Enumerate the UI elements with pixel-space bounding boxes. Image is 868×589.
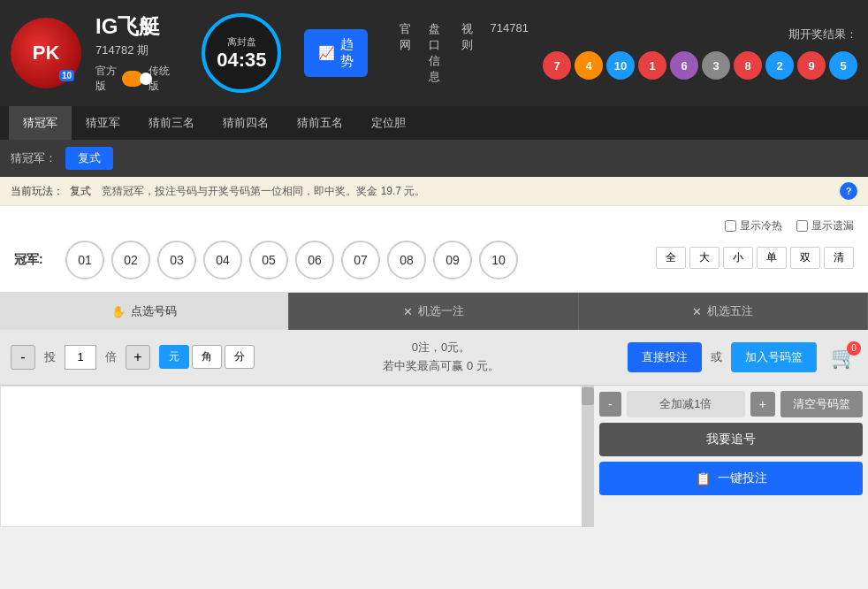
quick-btn-双[interactable]: 双 xyxy=(790,247,820,269)
selection-area: 显示冷热 显示遗漏 冠军: 01020304050607080910 全大小单双… xyxy=(0,206,868,293)
result-ball: 5 xyxy=(829,51,857,80)
quick-btn-小[interactable]: 小 xyxy=(723,247,753,269)
game-type-row: 猜冠军： 复式 xyxy=(0,140,868,177)
trend-button[interactable]: 📈 趋势 xyxy=(304,29,368,77)
number-ball-03[interactable]: 03 xyxy=(157,241,196,279)
bet-input[interactable] xyxy=(65,345,96,370)
bottom-tab-label-1: 机选一注 xyxy=(418,303,464,319)
quick-btns: 全大小单双清 xyxy=(656,247,854,269)
quick-btn-单[interactable]: 单 xyxy=(757,247,787,269)
bottom-tab-0[interactable]: ✋点选号码 xyxy=(0,293,289,330)
tab-item-猜前三名[interactable]: 猜前三名 xyxy=(134,106,209,140)
show-missing-checkbox[interactable] xyxy=(796,220,808,232)
version-switch: 官方版 传统版 xyxy=(95,64,170,94)
bottom-tab-icon-1: ✕ xyxy=(403,305,413,318)
result-ball: 1 xyxy=(638,51,666,80)
number-ball-09[interactable]: 09 xyxy=(433,241,472,279)
result-ball: 4 xyxy=(575,51,603,80)
nav-link-period[interactable]: 714781 xyxy=(491,21,529,85)
period-result-label: 期开奖结果： xyxy=(788,27,857,42)
one-click-button[interactable]: 📋 一键投注 xyxy=(599,462,863,495)
main-content: - 全加减1倍 + 清空号码篮 我要追号 📋 一键投注 xyxy=(0,386,868,527)
period-number: 714782 期 xyxy=(95,42,170,58)
bet-unit-label: 倍 xyxy=(105,349,117,365)
number-ball-07[interactable]: 07 xyxy=(341,241,380,279)
nav-link-odds[interactable]: 盘口信息 xyxy=(429,21,443,85)
number-ball-02[interactable]: 02 xyxy=(111,241,150,279)
number-ball-05[interactable]: 05 xyxy=(249,241,288,279)
version-toggle[interactable] xyxy=(122,71,143,87)
champion-label: 冠军: xyxy=(14,252,58,268)
trend-chart-icon: 📈 xyxy=(318,45,335,61)
current-play-name: 复式 xyxy=(70,185,91,197)
countdown-time: 04:35 xyxy=(217,49,266,72)
tab-item-猜冠军[interactable]: 猜冠军 xyxy=(9,106,72,140)
header-title-block: IG飞艇 714782 期 官方版 传统版 xyxy=(95,12,170,94)
unit-btn-角[interactable]: 角 xyxy=(192,345,222,369)
cart-button[interactable]: 🛒 0 xyxy=(831,345,857,370)
clear-basket-button[interactable]: 清空号码篮 xyxy=(780,391,863,417)
quick-btn-清[interactable]: 清 xyxy=(824,247,854,269)
plus-button[interactable]: + xyxy=(126,345,150,370)
multiplier-minus-button[interactable]: - xyxy=(599,392,621,417)
logo: PK 10 xyxy=(11,18,81,88)
ticket-area[interactable] xyxy=(0,386,594,527)
show-missing-label: 显示遗漏 xyxy=(811,218,854,233)
tab-nav: 猜冠军猜亚军猜前三名猜前四名猜前五名定位胆 xyxy=(0,106,868,140)
game-type-label: 猜冠军： xyxy=(11,150,57,166)
unit-buttons: 元角分 xyxy=(159,345,255,369)
chase-button[interactable]: 我要追号 xyxy=(599,423,863,456)
nav-link-rules[interactable]: 视则 xyxy=(461,21,473,85)
show-cold-hot-label: 显示冷热 xyxy=(740,218,782,233)
multiplier-label: 全加减1倍 xyxy=(627,391,745,417)
show-missing-group: 显示遗漏 xyxy=(796,218,854,233)
complex-button[interactable]: 复式 xyxy=(65,147,113,170)
unit-btn-元[interactable]: 元 xyxy=(159,345,189,369)
result-balls: 74101638295 xyxy=(543,51,857,80)
number-ball-01[interactable]: 01 xyxy=(65,241,104,279)
multiplier-row: - 全加减1倍 + 清空号码篮 xyxy=(599,391,863,417)
unit-btn-分[interactable]: 分 xyxy=(225,345,255,369)
logo-pk-text: PK xyxy=(33,42,60,64)
bottom-tab-1[interactable]: ✕机选一注 xyxy=(289,293,578,330)
bottom-tabs: ✋点选号码✕机选一注✕机选五注 xyxy=(0,293,868,330)
minus-button[interactable]: - xyxy=(11,345,35,370)
tab-item-猜前四名[interactable]: 猜前四名 xyxy=(209,106,283,140)
right-panel: - 全加减1倍 + 清空号码篮 我要追号 📋 一键投注 xyxy=(594,386,868,527)
bottom-tab-icon-2: ✕ xyxy=(692,305,702,318)
bet-info-line2: 若中奖最高可赢 0 元。 xyxy=(263,357,619,376)
result-ball: 8 xyxy=(734,51,762,80)
countdown-label: 离封盘 xyxy=(227,35,256,49)
current-play-label: 当前玩法： 复式 xyxy=(11,184,95,199)
bottom-tab-label-2: 机选五注 xyxy=(707,303,753,319)
official-label: 官方版 xyxy=(95,64,117,94)
help-button[interactable]: ? xyxy=(840,182,857,200)
direct-bet-button[interactable]: 直接投注 xyxy=(628,342,702,372)
number-ball-10[interactable]: 10 xyxy=(479,241,518,279)
number-ball-08[interactable]: 08 xyxy=(387,241,426,279)
result-ball: 2 xyxy=(765,51,794,80)
countdown-container: 离封盘 04:35 xyxy=(202,13,281,93)
tab-item-定位胆[interactable]: 定位胆 xyxy=(357,106,420,140)
number-ball-06[interactable]: 06 xyxy=(295,241,334,279)
nav-link-official[interactable]: 官网 xyxy=(400,21,411,85)
scrollbar[interactable] xyxy=(582,386,594,527)
bet-row: - 投 倍 + 元角分 0注，0元。 若中奖最高可赢 0 元。 直接投注 或 加… xyxy=(0,330,868,386)
number-balls: 01020304050607080910 xyxy=(65,241,518,279)
one-click-icon: 📋 xyxy=(696,471,711,486)
bottom-tab-label-0: 点选号码 xyxy=(131,303,177,319)
quick-btn-全[interactable]: 全 xyxy=(656,247,686,269)
number-ball-04[interactable]: 04 xyxy=(203,241,242,279)
tab-item-猜前五名[interactable]: 猜前五名 xyxy=(283,106,357,140)
logo-10-text: 10 xyxy=(59,70,74,81)
bottom-tab-2[interactable]: ✕机选五注 xyxy=(579,293,868,330)
show-cold-hot-checkbox[interactable] xyxy=(725,220,736,232)
quick-btn-大[interactable]: 大 xyxy=(689,247,720,269)
multiplier-plus-button[interactable]: + xyxy=(750,392,775,417)
bet-info-line1: 0注，0元。 xyxy=(263,339,619,357)
tab-item-猜亚军[interactable]: 猜亚军 xyxy=(72,106,134,140)
current-play-desc: 竞猜冠军，投注号码与开奖号码第一位相同，即中奖。奖金 19.7 元。 xyxy=(102,184,425,199)
basket-button[interactable]: 加入号码篮 xyxy=(731,342,817,372)
result-ball: 6 xyxy=(670,51,698,80)
toggle-dot xyxy=(140,73,152,85)
